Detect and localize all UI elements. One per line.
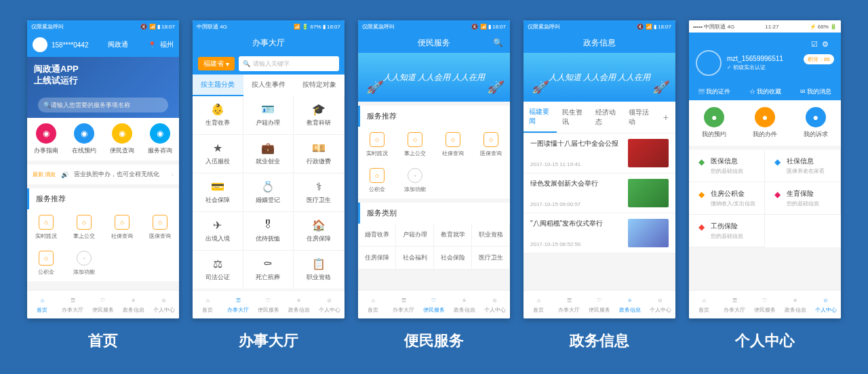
profile-action[interactable]: ●我的诉求	[790, 107, 841, 139]
service-item[interactable]: ◇实时路况	[358, 127, 396, 163]
service-category[interactable]: ⚰死亡殡葬	[243, 251, 294, 289]
category-item[interactable]: 户籍办理	[396, 224, 434, 247]
service-item[interactable]: ◇社保查询	[103, 209, 141, 245]
profile-action[interactable]: ●我的预约	[689, 107, 740, 139]
service-item[interactable]: ◇实时路况	[27, 209, 65, 245]
tab-4[interactable]: ☺个人中心	[810, 291, 841, 318]
category-tab[interactable]: 按人生事件	[243, 75, 294, 96]
profile-action[interactable]: ●我的办件	[740, 107, 791, 139]
tab-3[interactable]: ≡政务信息	[780, 291, 810, 318]
service-category[interactable]: 🏠住房保障	[294, 212, 344, 251]
info-card[interactable]: ◆生育保险您的基础信息	[765, 182, 841, 215]
service-category[interactable]: 💼就业创业	[243, 135, 294, 173]
tab-0[interactable]: ⌂首页	[524, 291, 554, 318]
profile-link[interactable]: ✉ 我的消息	[800, 87, 832, 96]
tab-1[interactable]: ☰办事大厅	[389, 291, 419, 318]
tab-4[interactable]: ☺个人中心	[149, 291, 179, 318]
news-item[interactable]: 绿色发展创新大会举行2017-10-15 09:00:57	[524, 173, 675, 213]
category-item[interactable]: 社会福利	[396, 247, 434, 270]
service-category[interactable]: ⚕医疗卫生	[294, 173, 344, 212]
avatar[interactable]	[696, 50, 722, 76]
info-card[interactable]: ◆工伤保险您的基础信息	[689, 215, 765, 247]
service-category[interactable]: ★入伍服役	[193, 135, 243, 173]
info-card[interactable]: ◆医保信息您的基础信息	[689, 150, 765, 182]
service-category[interactable]: 💍婚姻登记	[243, 173, 294, 212]
service-item[interactable]: ◇医保查询	[472, 127, 510, 163]
info-card[interactable]: ◆社保信息医保养老在家看	[765, 150, 841, 182]
tab-0[interactable]: ⌂首页	[27, 291, 58, 318]
news-item[interactable]: 一图读懂十八届七中全会公报2017-10-15 11:19:41	[524, 133, 675, 173]
tab-4[interactable]: ☺个人中心	[314, 291, 344, 318]
tab-1[interactable]: ☰办事大厅	[223, 291, 254, 318]
search-input[interactable]: 🔍 请输入您需要的服务事项名称	[38, 98, 168, 112]
location-icon[interactable]: 📍	[148, 41, 156, 49]
promo-banner[interactable]: 人人知道 人人会用 人人在用	[358, 53, 510, 102]
avatar[interactable]	[33, 37, 47, 52]
category-item[interactable]: 医疗卫生	[472, 247, 510, 270]
service-item[interactable]: ◇公积金	[358, 163, 396, 199]
quick-action[interactable]: ◉办事指南	[27, 123, 65, 155]
service-category[interactable]: 💳社会保障	[193, 173, 243, 212]
tab-2[interactable]: ♡便民服务	[254, 291, 284, 318]
tab-2[interactable]: ♡便民服务	[88, 291, 119, 318]
service-item[interactable]: +添加功能	[396, 163, 434, 199]
category-item[interactable]: 职业资格	[472, 224, 510, 247]
service-item[interactable]: ◇社保查询	[434, 127, 472, 163]
promo-banner[interactable]: 人人知道 人人会用 人人在用	[524, 53, 675, 102]
quick-action[interactable]: ◉在线预约	[65, 123, 103, 155]
quick-action[interactable]: ◉服务咨询	[141, 123, 179, 155]
tab-3[interactable]: ≡政务信息	[118, 291, 149, 318]
tab-3[interactable]: ≡政务信息	[283, 291, 314, 318]
tab-1[interactable]: ☰办事大厅	[58, 291, 88, 318]
add-tab-icon[interactable]: +	[656, 112, 675, 123]
tab-0[interactable]: ⌂首页	[689, 291, 719, 318]
tab-1[interactable]: ☰办事大厅	[554, 291, 585, 318]
verify-status[interactable]: ✓ 初级实名认证	[727, 64, 783, 71]
province-select[interactable]: 福建省▾	[198, 57, 235, 70]
tab-0[interactable]: ⌂首页	[193, 291, 223, 318]
hero-banner[interactable]: 闽政通APP上线试运行 🔍 请输入您需要的服务事项名称	[27, 57, 179, 118]
service-item[interactable]: ◇掌上公交	[65, 209, 103, 245]
service-category[interactable]: 🎖优待抚恤	[243, 212, 294, 251]
info-card[interactable]: ◆住房公积金缴纳收入/支出信息	[689, 182, 765, 215]
category-item[interactable]: 社会保险	[434, 247, 472, 270]
tab-3[interactable]: ≡政务信息	[614, 291, 645, 318]
service-item[interactable]: ◇公积金	[27, 245, 65, 281]
service-item[interactable]: ◇医保查询	[141, 209, 179, 245]
news-tab[interactable]: 民生资讯	[557, 102, 590, 132]
tab-2[interactable]: ♡便民服务	[419, 291, 450, 318]
category-item[interactable]: 婚育收养	[358, 224, 396, 247]
category-tab[interactable]: 按主题分类	[193, 75, 243, 96]
profile-link[interactable]: ▤ 我的证件	[698, 87, 731, 96]
category-tab[interactable]: 按特定对象	[294, 75, 344, 96]
search-input[interactable]: 🔍请输入关键字	[239, 56, 339, 71]
service-category[interactable]: ✈出境入境	[193, 212, 243, 251]
gear-icon[interactable]: ⚙	[822, 40, 829, 49]
service-category[interactable]: 📋职业资格	[294, 251, 344, 289]
service-category[interactable]: 🎓教育科研	[294, 96, 344, 135]
service-category[interactable]: 💴行政缴费	[294, 135, 344, 173]
news-tab[interactable]: 福建要闻	[524, 102, 557, 133]
tab-0[interactable]: ⌂首页	[358, 291, 389, 318]
search-icon[interactable]: 🔍	[493, 38, 503, 47]
news-tab[interactable]: 经济动态	[590, 102, 623, 132]
tab-3[interactable]: ≡政务信息	[449, 291, 479, 318]
tab-4[interactable]: ☺个人中心	[479, 291, 510, 318]
profile-link[interactable]: ☆ 我的收藏	[749, 87, 782, 96]
checkin-icon[interactable]: ☑	[811, 40, 818, 49]
tab-2[interactable]: ♡便民服务	[750, 291, 781, 318]
news-item[interactable]: "八闽稻榄"发布仪式举行2017-10-15 08:52:50	[524, 213, 675, 253]
service-item[interactable]: ◇掌上公交	[396, 127, 434, 163]
service-category[interactable]: 👶生育收养	[193, 96, 243, 135]
category-item[interactable]: 住房保障	[358, 247, 396, 270]
tab-1[interactable]: ☰办事大厅	[719, 291, 750, 318]
service-item[interactable]: +添加功能	[65, 245, 103, 281]
notice-bar[interactable]: 最新 消息 🔊 营业执照申办，也可全程无纸化 ›	[27, 165, 179, 184]
service-category[interactable]: ⚖司法公证	[193, 251, 243, 289]
tab-4[interactable]: ☺个人中心	[645, 291, 675, 318]
category-item[interactable]: 教育就学	[434, 224, 472, 247]
service-category[interactable]: 🪪户籍办理	[243, 96, 294, 135]
quick-action[interactable]: ◉便民查询	[103, 123, 141, 155]
tab-2[interactable]: ♡便民服务	[585, 291, 615, 318]
news-tab[interactable]: 领导活动	[623, 102, 656, 132]
